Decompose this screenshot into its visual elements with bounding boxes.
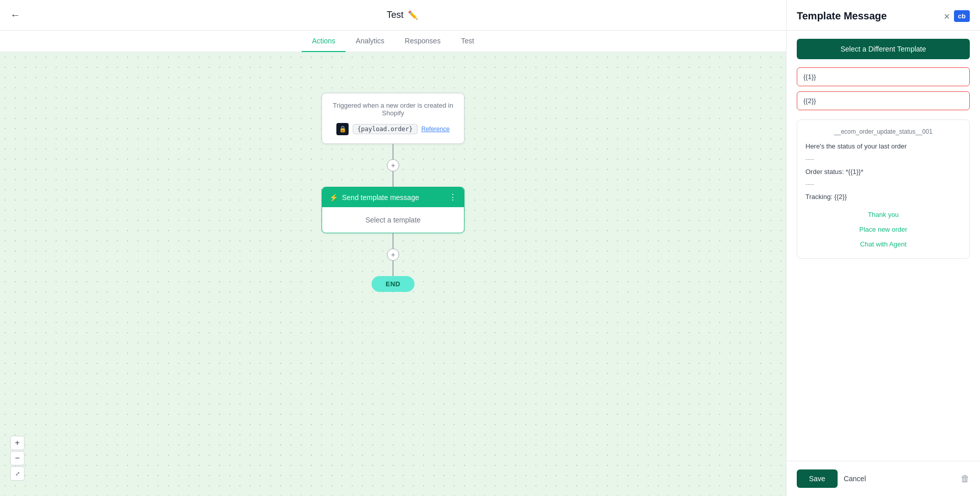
header-title: Test ✏️ bbox=[29, 10, 776, 20]
tab-actions[interactable]: Actions bbox=[302, 31, 346, 52]
action-node-title: ⚡ Send template message bbox=[329, 193, 419, 202]
action-title-text: Send template message bbox=[342, 193, 419, 202]
flow-diagram: Triggered when a new order is created in… bbox=[322, 93, 464, 292]
save-button[interactable]: Save bbox=[797, 469, 838, 488]
template-buttons: Thank you Place new order Chat with Agen… bbox=[805, 209, 961, 250]
template-btn-place-order[interactable]: Place new order bbox=[805, 224, 961, 235]
lock-icon: 🔒 bbox=[336, 123, 349, 135]
connector-line-3 bbox=[393, 233, 394, 249]
reference-link[interactable]: Reference bbox=[422, 126, 450, 133]
panel-header: Template Message × cb bbox=[787, 0, 980, 31]
main-area: ← Test ✏️ Actions Analytics Responses Te… bbox=[0, 0, 786, 496]
page-title: Test bbox=[386, 10, 403, 20]
template-divider-2: ---- bbox=[805, 179, 961, 190]
template-body: Here's the status of your last order ---… bbox=[805, 141, 961, 203]
template-btn-thank-you[interactable]: Thank you bbox=[805, 209, 961, 220]
panel-content: Select a Different Template __ecom_order… bbox=[787, 31, 980, 461]
cancel-button[interactable]: Cancel bbox=[844, 475, 866, 483]
tab-test[interactable]: Test bbox=[451, 31, 484, 52]
select-different-template-button[interactable]: Select a Different Template bbox=[797, 39, 970, 59]
cb-logo: cb bbox=[954, 10, 970, 22]
template-line-3: Tracking: {{2}} bbox=[805, 192, 961, 203]
trigger-node: Triggered when a new order is created in… bbox=[322, 93, 464, 144]
back-button[interactable]: ← bbox=[10, 9, 20, 21]
add-step-button-1[interactable]: + bbox=[387, 159, 399, 171]
select-template-placeholder: Select a template bbox=[365, 216, 421, 224]
tabs-bar: Actions Analytics Responses Test bbox=[0, 31, 786, 52]
zoom-in-button[interactable]: + bbox=[10, 436, 24, 450]
tab-responses[interactable]: Responses bbox=[395, 31, 451, 52]
action-node-body: Select a template bbox=[322, 207, 464, 233]
action-node: ⚡ Send template message ⋮ Select a templ… bbox=[322, 187, 464, 233]
payload-badge: {payload.order} bbox=[353, 124, 417, 134]
close-panel-button[interactable]: × bbox=[944, 11, 950, 21]
template-line-1: Here's the status of your last order bbox=[805, 141, 961, 152]
header: ← Test ✏️ bbox=[0, 0, 786, 31]
action-menu-button[interactable]: ⋮ bbox=[449, 192, 457, 202]
action-node-header: ⚡ Send template message ⋮ bbox=[322, 187, 464, 207]
template-variable-1-input[interactable] bbox=[797, 67, 970, 86]
connector-1: + bbox=[387, 144, 399, 187]
zoom-fit-button[interactable]: ⤢ bbox=[10, 466, 24, 481]
end-node: END bbox=[372, 276, 415, 292]
edit-icon[interactable]: ✏️ bbox=[408, 10, 418, 20]
panel-title: Template Message bbox=[797, 10, 887, 22]
zoom-controls: + − ⤢ bbox=[10, 436, 24, 481]
zoom-out-button[interactable]: − bbox=[10, 451, 24, 465]
connector-line-4 bbox=[393, 261, 394, 276]
flow-canvas: Triggered when a new order is created in… bbox=[0, 52, 786, 496]
add-step-button-2[interactable]: + bbox=[387, 249, 399, 261]
connector-line-1 bbox=[393, 144, 394, 159]
template-divider-1: ---- bbox=[805, 154, 961, 165]
right-panel: Template Message × cb Select a Different… bbox=[786, 0, 980, 496]
connector-line-2 bbox=[393, 171, 394, 187]
tab-analytics[interactable]: Analytics bbox=[346, 31, 395, 52]
template-name: __ecom_order_update_status__001 bbox=[805, 128, 961, 135]
panel-footer: Save Cancel 🗑 bbox=[787, 461, 980, 496]
lightning-icon: ⚡ bbox=[329, 193, 338, 202]
template-btn-chat-agent[interactable]: Chat with Agent bbox=[805, 238, 961, 250]
delete-button[interactable]: 🗑 bbox=[961, 474, 970, 484]
back-icon: ← bbox=[10, 9, 20, 21]
connector-2: + bbox=[387, 233, 399, 276]
template-variable-2-input[interactable] bbox=[797, 91, 970, 110]
template-preview: __ecom_order_update_status__001 Here's t… bbox=[797, 119, 970, 259]
trigger-badges: 🔒 {payload.order} Reference bbox=[332, 123, 454, 135]
trigger-text: Triggered when a new order is created in… bbox=[332, 102, 454, 117]
template-line-2: Order status: *{{1}}* bbox=[805, 167, 961, 178]
